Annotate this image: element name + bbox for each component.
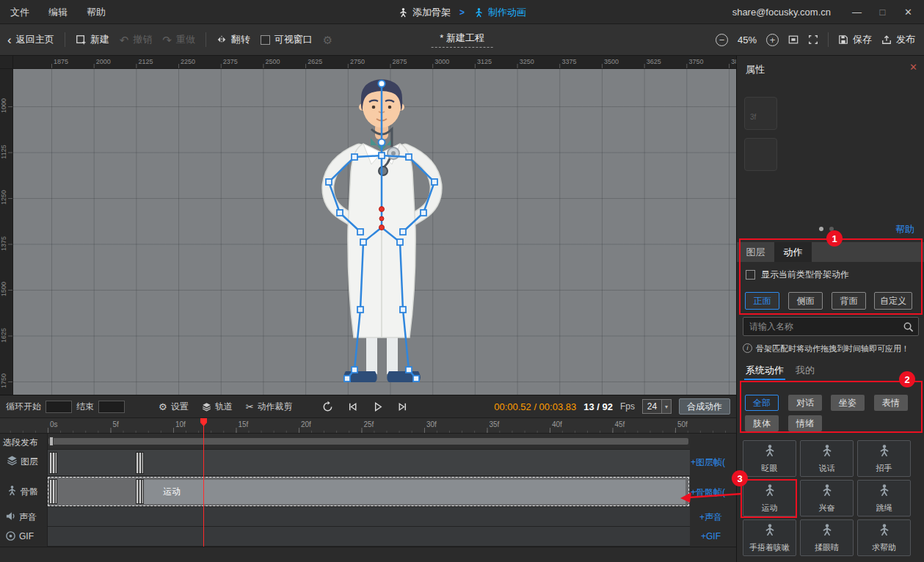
tab-my-actions[interactable]: 我的 xyxy=(796,364,815,377)
timeline-ruler[interactable]: 0s5f10f15f20f25f30f35f40f45f50f xyxy=(0,417,736,434)
settings-button[interactable]: ⚙ 设置 xyxy=(159,401,189,413)
hrl-label: 2500 xyxy=(266,58,280,65)
visible-window-toggle[interactable]: 可视窗口 xyxy=(261,33,313,46)
action-tile-cough[interactable]: 手捂着咳嗽 xyxy=(743,519,796,556)
close-button[interactable]: ✕ xyxy=(903,7,914,18)
add-layer-frame-button[interactable]: +图层帧( xyxy=(691,456,725,469)
account-email[interactable]: share@focusky.com.cn xyxy=(732,7,831,18)
play-button[interactable] xyxy=(371,401,384,413)
fit-view-button[interactable] xyxy=(788,34,799,45)
loop-end-input[interactable] xyxy=(98,401,125,413)
gear-icon[interactable]: ⚙ xyxy=(323,34,332,45)
action-figure-icon xyxy=(821,483,834,497)
direction-back-button[interactable]: 背面 xyxy=(832,292,866,310)
layer-keyframe[interactable] xyxy=(136,452,144,474)
bone-keyframe[interactable] xyxy=(49,479,57,504)
publish-button[interactable]: 发布 xyxy=(881,33,915,46)
action-tile-blink[interactable]: 眨眼 xyxy=(743,440,796,477)
layer-track-label[interactable]: 图层 xyxy=(21,456,38,468)
zoom-in-button[interactable]: + xyxy=(766,34,779,46)
sound-track-label[interactable]: 声音 xyxy=(19,511,37,524)
segment-publish-label[interactable]: 选段发布 xyxy=(3,437,38,449)
project-name[interactable]: * 新建工程 xyxy=(431,32,493,48)
direction-front-button[interactable]: 正面 xyxy=(745,292,779,310)
add-gif-button[interactable]: +GIF xyxy=(701,531,721,541)
layers-icon xyxy=(7,455,18,466)
action-search-input[interactable] xyxy=(743,318,918,335)
step-make-animation[interactable]: 制作动画 xyxy=(473,6,526,19)
panel-close-icon[interactable]: ✕ xyxy=(909,62,917,73)
info-icon: i xyxy=(743,343,752,353)
fullscreen-button[interactable] xyxy=(808,34,818,45)
rig-center-handles[interactable] xyxy=(379,207,385,230)
gif-track-label[interactable]: GIF xyxy=(19,531,34,541)
step-add-skeleton[interactable]: 添加骨架 xyxy=(398,6,451,19)
prev-frame-button[interactable] xyxy=(346,401,359,413)
sound-lane[interactable] xyxy=(48,507,690,527)
action-tile-excited[interactable]: 兴奋 xyxy=(800,480,854,517)
layer-keyframe[interactable] xyxy=(49,452,57,474)
divider xyxy=(205,32,206,47)
bone-track-label[interactable]: 骨骼 xyxy=(21,486,38,498)
segment-range-handle[interactable] xyxy=(49,437,54,446)
direction-custom-button[interactable]: 自定义 xyxy=(874,292,912,310)
flip-button[interactable]: 翻转 xyxy=(217,33,250,46)
action-tile-label: 揉眼睛 xyxy=(815,542,839,553)
tab-action[interactable]: 动作 xyxy=(774,242,812,262)
action-tile-wave[interactable]: 招手 xyxy=(857,440,911,477)
hrl-label: 2125 xyxy=(138,58,153,65)
action-tile-askhelp[interactable]: 求帮助 xyxy=(857,519,911,556)
category-emotion[interactable]: 情绪 xyxy=(788,415,822,431)
replay-button[interactable] xyxy=(321,401,334,413)
frame-thumbnail[interactable] xyxy=(744,138,777,171)
show-current-type-checkbox[interactable] xyxy=(746,270,755,280)
action-tile-rubeyes[interactable]: 揉眼睛 xyxy=(800,519,854,556)
save-button[interactable]: 保存 xyxy=(838,33,872,46)
action-crop-button[interactable]: ✂ 动作裁剪 xyxy=(246,401,293,413)
search-icon[interactable] xyxy=(903,321,914,332)
loop-start-input[interactable] xyxy=(46,401,72,413)
next-frame-button[interactable] xyxy=(396,401,409,413)
compose-action-button[interactable]: 合成动作 xyxy=(679,398,730,415)
category-body[interactable]: 肢体 xyxy=(745,415,779,431)
add-bone-frame-button[interactable]: +骨骼帧( xyxy=(691,486,725,499)
doctor-character[interactable] xyxy=(296,75,468,392)
tab-system-actions[interactable]: 系统动作 xyxy=(746,364,784,377)
bone-keyframe[interactable] xyxy=(136,479,144,504)
menu-edit[interactable]: 编辑 xyxy=(48,6,68,19)
maximize-button[interactable]: □ xyxy=(877,7,888,18)
divider xyxy=(828,32,829,47)
pagination-dots[interactable] xyxy=(819,227,834,231)
add-sound-button[interactable]: +声音 xyxy=(699,511,722,524)
menu-help[interactable]: 帮助 xyxy=(87,6,106,19)
hrl-label: 3750 xyxy=(689,58,704,65)
category-all[interactable]: 全部 xyxy=(745,395,779,411)
category-sitting[interactable]: 坐姿 xyxy=(831,395,865,411)
segment-range-bar[interactable] xyxy=(48,438,688,445)
help-link[interactable]: 帮助 xyxy=(895,223,914,236)
category-dialogue[interactable]: 对话 xyxy=(788,395,822,411)
direction-side-button[interactable]: 侧面 xyxy=(788,292,823,310)
animation-canvas[interactable] xyxy=(13,69,736,395)
redo-button[interactable]: ↷ 重做 xyxy=(162,33,195,46)
frame-thumbnail[interactable] xyxy=(744,97,777,130)
zoom-out-button[interactable]: − xyxy=(716,34,728,46)
undo-button[interactable]: ↶ 撤销 xyxy=(120,33,153,46)
action-tile-talk[interactable]: 说话 xyxy=(800,440,854,477)
new-button[interactable]: 新建 xyxy=(76,33,109,46)
minimize-button[interactable]: — xyxy=(851,7,862,18)
tab-layer[interactable]: 图层 xyxy=(737,242,774,262)
menu-file[interactable]: 文件 xyxy=(10,6,29,19)
category-expression[interactable]: 表情 xyxy=(874,395,908,411)
track-button[interactable]: 轨道 xyxy=(202,401,233,413)
back-home-button[interactable]: ‹ 返回主页 xyxy=(7,33,54,46)
time-display: 00:00.52 / 00:03.83 xyxy=(494,401,576,412)
action-tile-motion[interactable]: 运动 xyxy=(743,480,796,517)
layer-lane[interactable] xyxy=(48,450,690,476)
timeline-panel: 循环开始 结束 ⚙ 设置 轨道 ✂ 动作裁剪 00 xyxy=(0,395,736,562)
gif-lane[interactable] xyxy=(48,527,690,547)
action-tile-jumprope[interactable]: 跳绳 xyxy=(857,480,911,517)
fps-select[interactable]: 24 ▾ xyxy=(642,399,672,414)
motion-clip[interactable]: 运动 xyxy=(144,480,685,504)
visible-window-checkbox[interactable] xyxy=(261,35,270,45)
